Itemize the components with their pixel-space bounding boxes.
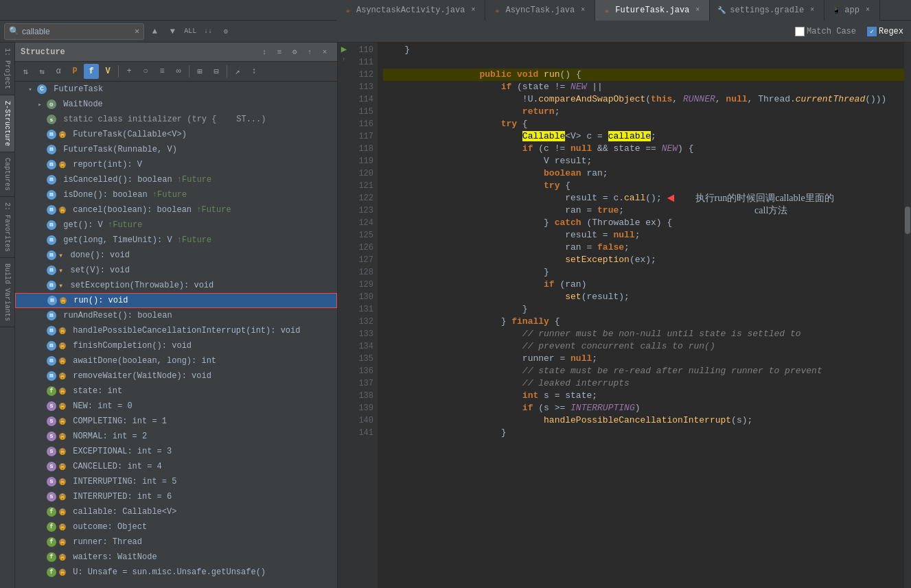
sort-alpha-btn[interactable]: ⇅: [18, 64, 33, 79]
settings-gear-btn[interactable]: ⚙: [288, 45, 301, 59]
tree-arrow: [35, 190, 45, 200]
search-narrow-btn[interactable]: ↓↓: [200, 24, 216, 39]
sidebar-tab-captures[interactable]: Captures: [0, 152, 14, 197]
close-tab-btn[interactable]: ×: [468, 5, 478, 15]
tree-item-exceptional[interactable]: s 🔒 EXCEPTIONAL: int = 3: [15, 444, 337, 459]
tree-arrow: [35, 115, 45, 124]
tree-item-waitnode[interactable]: ⚙ WaitNode: [15, 97, 337, 112]
sort-order-btn[interactable]: ⇆: [34, 64, 49, 79]
vertical-scrollbar[interactable]: [904, 43, 911, 588]
close-tab-btn-2[interactable]: ×: [578, 5, 588, 15]
line-num: 127: [350, 254, 373, 266]
sidebar-tab-project[interactable]: 1: Project: [0, 43, 14, 95]
tree-item-report[interactable]: m 🔒 report(int): V: [15, 157, 337, 172]
protected-btn[interactable]: ○: [138, 64, 153, 79]
tree-item-run[interactable]: m 🔒 run(): void: [15, 293, 337, 308]
field-btn[interactable]: P: [67, 64, 82, 79]
tree-item-state[interactable]: f 🔒 state: int: [15, 384, 337, 399]
tab-app[interactable]: 📱 app ×: [824, 0, 880, 21]
tree-item-static-init[interactable]: s static class initializer (try { ST...): [15, 112, 337, 127]
sidebar-tab-structure[interactable]: Z-Structure: [0, 95, 14, 152]
navigate-btn[interactable]: ↗: [230, 64, 245, 79]
regex-checkbox[interactable]: ✓: [867, 27, 877, 36]
regex-option[interactable]: ✓ Regex: [864, 25, 907, 38]
tree-item-set[interactable]: m ▾ set(V): void: [15, 263, 337, 278]
tree-item-removewaiter[interactable]: m 🔒 removeWaiter(WaitNode): void: [15, 368, 337, 384]
search-prev-btn[interactable]: ▲: [147, 24, 162, 39]
code-area[interactable]: ▶ ↑ 110 111 112 113 114 115 116 117 118 …: [338, 43, 911, 588]
tree-item-finishcompletion[interactable]: m 🔒 finishCompletion(): void: [15, 338, 337, 353]
tree-item-new[interactable]: s 🔒 NEW: int = 0: [15, 399, 337, 414]
tab-asynctask[interactable]: ☕ AsyncTask.java ×: [485, 0, 595, 21]
access-badge: 🔒: [59, 161, 66, 168]
tree-item-cancel[interactable]: m 🔒 cancel(boolean): boolean ↑Future: [15, 202, 337, 217]
match-case-option[interactable]: Match Case: [792, 25, 860, 38]
scroll-btn[interactable]: ↕: [246, 64, 262, 79]
expand-btn[interactable]: ↑: [303, 45, 316, 59]
tree-item-isdone[interactable]: m isDone(): boolean ↑Future: [15, 187, 337, 202]
tree-item-normal[interactable]: s 🔒 NORMAL: int = 2: [15, 429, 337, 444]
search-all-btn[interactable]: ALL: [183, 24, 198, 39]
expand-all-btn[interactable]: ⊞: [192, 64, 207, 79]
tree-arrow: [35, 266, 45, 275]
tree-container[interactable]: C FutureTask ⚙ WaitNode s static class i…: [15, 82, 337, 588]
tree-item-setexception[interactable]: m ▾ setException(Throwable): void: [15, 278, 337, 293]
filter2-btn[interactable]: ≡: [154, 64, 170, 79]
access-badge: 🔒: [59, 342, 66, 349]
close-tab-btn-4[interactable]: ×: [807, 5, 817, 15]
search-clear-btn[interactable]: ✕: [135, 26, 139, 36]
field-icon: f: [47, 507, 56, 517]
search-input[interactable]: [22, 27, 132, 36]
field-icon: f: [47, 537, 56, 547]
access-badge: 🔒: [59, 524, 66, 530]
gutter-run-btn[interactable]: ▶: [339, 44, 349, 54]
sidebar-tab-favorites[interactable]: 2: Favorites: [0, 197, 14, 258]
tree-item-awaitdone[interactable]: m 🔒 awaitDone(boolean, long): int: [15, 353, 337, 368]
tree-item-runandreset[interactable]: m runAndReset(): boolean: [15, 308, 337, 323]
tab-settings-gradle[interactable]: 🔧 settings.gradle ×: [710, 0, 824, 21]
tree-item-cancelled[interactable]: s 🔒 CANCELLED: int = 4: [15, 459, 337, 474]
line-num: 125: [350, 229, 373, 242]
collapse-all-btn[interactable]: ⊟: [209, 64, 224, 79]
tree-item-completing[interactable]: s 🔒 COMPLETING: int = 1: [15, 414, 337, 429]
scroll-thumb[interactable]: [905, 207, 910, 234]
anon-btn[interactable]: α: [51, 64, 66, 79]
public-btn[interactable]: +: [122, 64, 137, 79]
method-btn[interactable]: f: [84, 64, 99, 79]
static-field-icon: s: [47, 462, 56, 471]
tree-item-outcome[interactable]: f 🔒 outcome: Object: [15, 519, 337, 534]
var-btn[interactable]: V: [100, 64, 115, 79]
sort-btn[interactable]: ↕: [257, 45, 271, 59]
tree-arrow[interactable]: [25, 84, 35, 94]
filter-btn[interactable]: ≡: [273, 45, 286, 59]
tree-item-callable[interactable]: f 🔒 callable: Callable<V>: [15, 504, 337, 519]
tree-item-done[interactable]: m ▾ done(): void: [15, 248, 337, 263]
match-case-checkbox[interactable]: [795, 27, 805, 36]
sidebar-tab-build[interactable]: Build Variants: [0, 258, 14, 327]
tree-item-constructor1[interactable]: m 🔒 FutureTask(Callable<V>): [15, 127, 337, 142]
tree-arrow: [35, 386, 45, 396]
gutter-up-btn[interactable]: ↑: [339, 54, 349, 64]
tree-item-get[interactable]: m get(): V ↑Future: [15, 217, 337, 233]
tree-item-iscancelled[interactable]: m isCancelled(): boolean ↑Future: [15, 172, 337, 187]
tree-item-get2[interactable]: m get(long, TimeUnit): V ↑Future: [15, 233, 337, 248]
tree-item-interrupting[interactable]: s 🔒 INTERRUPTING: int = 5: [15, 474, 337, 489]
close-tab-btn-3[interactable]: ×: [693, 5, 702, 15]
close-tab-btn-5[interactable]: ×: [863, 5, 873, 15]
tree-item-futuretask[interactable]: C FutureTask: [15, 82, 337, 97]
tree-item-waiters[interactable]: f 🔒 waiters: WaitNode: [15, 550, 337, 565]
close-panel-btn[interactable]: ×: [318, 45, 332, 59]
search-bar: 🔍 ✕ ▲ ▼ ALL ↓↓ ⚙ Match Case ✓ Regex: [0, 21, 911, 43]
tree-item-interrupted[interactable]: s 🔒 INTERRUPTED: int = 6: [15, 489, 337, 504]
tab-futuretask[interactable]: ☕ FutureTask.java ×: [595, 0, 710, 21]
item-text: FutureTask: [49, 84, 103, 94]
search-config-btn[interactable]: ⚙: [218, 24, 233, 39]
tree-item-constructor2[interactable]: m FutureTask(Runnable, V): [15, 142, 337, 157]
search-next-btn[interactable]: ▼: [165, 24, 180, 39]
tree-arrow[interactable]: [35, 99, 45, 109]
filter3-btn[interactable]: ∞: [171, 64, 186, 79]
tab-asynctask-activity[interactable]: ☕ AsynctaskActivity.java ×: [336, 0, 485, 21]
tree-item-u[interactable]: f 🔒 U: Unsafe = sun.misc.Unsafe.getUnsaf…: [15, 565, 337, 580]
tree-item-runner[interactable]: f 🔒 runner: Thread: [15, 534, 337, 550]
tree-item-handlecancel[interactable]: m 🔒 handlePossibleCancellationInterrupt(…: [15, 323, 337, 338]
